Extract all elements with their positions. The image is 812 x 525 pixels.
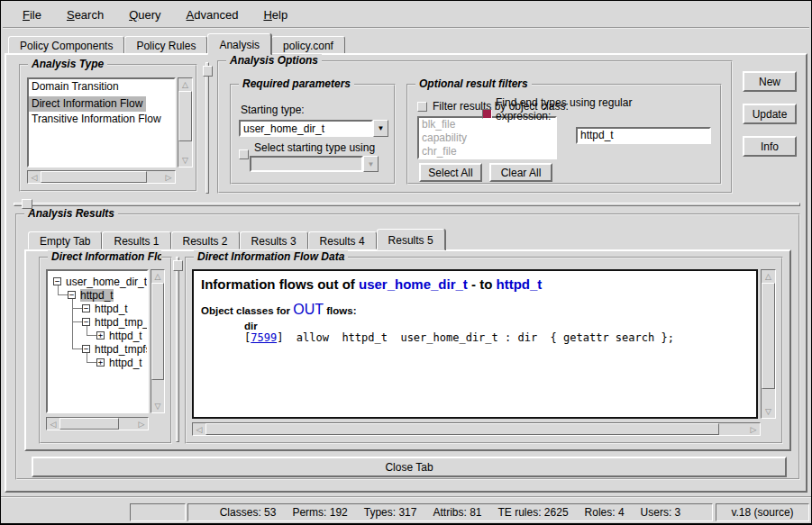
regex-checkbox[interactable]: [482, 109, 492, 119]
tree-node[interactable]: − httpd_t: [68, 288, 114, 302]
rule-text: allow httpd_t user_home_dir_t : dir { ge…: [283, 331, 673, 344]
collapse-icon[interactable]: −: [53, 277, 61, 285]
pane-sash-handle[interactable]: [22, 199, 32, 209]
required-parameters-frame: Required parameters Starting type: user_…: [230, 84, 396, 185]
analysis-type-vscrollbar[interactable]: △ ▽: [178, 77, 193, 167]
tree-node-label[interactable]: user_home_dir_t: [66, 276, 147, 288]
tree-node[interactable]: + httpd_t: [96, 356, 142, 369]
flow-tree-vscrollbar[interactable]: △ ▽: [151, 269, 165, 413]
flow-data-textarea[interactable]: Information flows out of user_home_dir_t…: [192, 269, 758, 419]
stat-users: Users: 3: [641, 506, 681, 519]
tree-node-label[interactable]: httpd_tmp_t: [95, 316, 149, 329]
menu-advanced[interactable]: Advanced: [174, 5, 251, 25]
results-sash-vertical[interactable]: [176, 257, 179, 442]
menu-help[interactable]: Help: [251, 5, 300, 25]
tab-policy-components[interactable]: Policy Components: [8, 36, 124, 54]
scroll-thumb[interactable]: [205, 423, 719, 435]
scroll-left-icon[interactable]: ◁: [47, 418, 59, 430]
scroll-down-icon[interactable]: ▽: [151, 400, 164, 412]
main-tab-bar: Policy Components Policy Rules Analysis …: [8, 33, 345, 54]
pane-sash-handle[interactable]: [203, 66, 213, 77]
tree-node[interactable]: − user_home_dir_t: [53, 275, 147, 288]
close-tab-button[interactable]: Close Tab: [32, 457, 787, 477]
clear-all-button[interactable]: Clear All: [489, 163, 552, 182]
select-all-button[interactable]: Select All: [419, 163, 482, 182]
flow-tree[interactable]: − user_home_dir_t − httpd_t − httpd_t: [46, 269, 149, 413]
tab-results-5[interactable]: Results 5: [377, 229, 445, 250]
list-item[interactable]: Domain Transition: [29, 79, 174, 95]
scroll-right-icon[interactable]: ▷: [135, 418, 148, 430]
expand-icon[interactable]: +: [96, 358, 105, 367]
expand-icon[interactable]: +: [96, 331, 105, 339]
scroll-left-icon[interactable]: ◁: [28, 171, 41, 183]
tree-node[interactable]: − httpd_tmpfs_t: [82, 342, 149, 356]
combobox-arrow-button[interactable]: ▼: [373, 120, 388, 137]
tab-empty[interactable]: Empty Tab: [28, 231, 102, 249]
scroll-up-icon[interactable]: △: [151, 270, 164, 283]
pane-sash-horizontal[interactable]: [14, 203, 800, 206]
rule-id-link[interactable]: 7599: [251, 331, 277, 344]
scroll-thumb[interactable]: [178, 91, 192, 141]
starting-type-value[interactable]: user_home_dir_t: [239, 120, 373, 137]
tree-node-label[interactable]: httpd_t: [109, 330, 142, 342]
tree-node-label[interactable]: httpd_t: [109, 357, 142, 369]
flow-data-hscrollbar[interactable]: ◁ ▷: [192, 422, 761, 436]
chevron-down-icon: ▼: [368, 160, 375, 168]
scroll-left-icon[interactable]: ◁: [193, 423, 205, 435]
pane-sash-vertical[interactable]: [205, 62, 209, 194]
collapse-icon[interactable]: −: [82, 345, 90, 353]
scroll-right-icon[interactable]: ▷: [162, 171, 175, 183]
scroll-down-icon[interactable]: ▽: [762, 405, 775, 418]
tree-node-label[interactable]: httpd_tmpfs_t: [95, 343, 149, 356]
update-button[interactable]: Update: [743, 104, 797, 124]
collapse-icon[interactable]: −: [82, 304, 90, 312]
tab-results-4[interactable]: Results 4: [308, 231, 377, 249]
tree-node[interactable]: − httpd_tmp_t: [82, 315, 149, 329]
start-type: user_home_dir_t: [359, 276, 468, 292]
analysis-type-hscrollbar[interactable]: ◁ ▷: [27, 170, 176, 184]
tab-analysis[interactable]: Analysis: [207, 33, 271, 55]
menu-query[interactable]: Query: [116, 5, 173, 25]
tree-node[interactable]: − httpd_t: [82, 302, 128, 315]
regex-checkbox-row[interactable]: [482, 109, 492, 119]
results-sash-handle[interactable]: [173, 260, 183, 271]
attrib-checkbox[interactable]: [239, 149, 249, 159]
analysis-results-frame: Analysis Results Empty Tab Results 1 Res…: [15, 213, 800, 480]
regex-input[interactable]: [576, 127, 711, 144]
end-type: httpd_t: [497, 276, 543, 292]
list-item-selected[interactable]: Direct Information Flow: [29, 96, 146, 112]
flow-tree-hscrollbar[interactable]: ◁ ▷: [46, 417, 149, 430]
tab-policy-rules[interactable]: Policy Rules: [124, 36, 207, 54]
menu-search[interactable]: Search: [54, 5, 116, 25]
analysis-type-listbox[interactable]: Domain Transition Direct Information Flo…: [27, 77, 176, 167]
object-class-checkbox[interactable]: [417, 102, 427, 112]
scroll-down-icon[interactable]: ▽: [178, 154, 192, 167]
tab-results-1[interactable]: Results 1: [102, 231, 170, 249]
tab-results-2[interactable]: Results 2: [171, 231, 240, 249]
menu-file[interactable]: File: [10, 5, 54, 25]
scroll-up-icon[interactable]: △: [762, 270, 775, 283]
scroll-right-icon[interactable]: ▷: [747, 423, 760, 435]
scroll-thumb[interactable]: [59, 418, 119, 430]
collapse-icon[interactable]: −: [82, 318, 90, 326]
regex-checkbox-label: Find end types using regular expression:: [496, 96, 651, 123]
status-box-version: v.18 (source): [716, 503, 809, 521]
list-item[interactable]: Transitive Information Flow: [29, 112, 174, 127]
scroll-thumb[interactable]: [762, 283, 775, 389]
tree-node-label-selected[interactable]: httpd_t: [80, 289, 114, 302]
new-button[interactable]: New: [743, 71, 797, 92]
info-button[interactable]: Info: [743, 136, 797, 157]
starting-type-combobox[interactable]: user_home_dir_t ▼: [239, 120, 388, 137]
stat-attribs: Attribs: 81: [433, 506, 481, 519]
scroll-thumb[interactable]: [41, 171, 147, 183]
flow-data-vscrollbar[interactable]: △ ▽: [761, 269, 776, 419]
optional-filters-frame: Optional result filters Filter results b…: [406, 84, 722, 185]
scroll-up-icon[interactable]: △: [178, 78, 192, 91]
tree-node-label[interactable]: httpd_t: [95, 303, 128, 315]
collapse-icon[interactable]: −: [68, 291, 76, 299]
required-parameters-title: Required parameters: [239, 77, 354, 90]
tab-policy-conf[interactable]: policy.conf: [271, 36, 345, 54]
tab-results-3[interactable]: Results 3: [240, 231, 308, 249]
scroll-thumb[interactable]: [151, 283, 164, 380]
tree-node[interactable]: + httpd_t: [96, 329, 142, 342]
